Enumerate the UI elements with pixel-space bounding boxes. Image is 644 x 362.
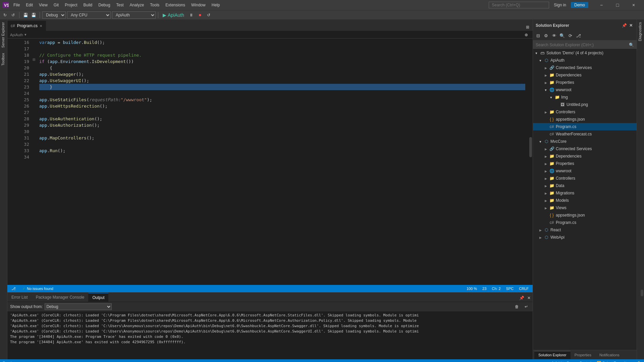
se-wwwroot[interactable]: 🌐 wwwroot xyxy=(533,86,637,94)
se-close-button[interactable]: ✕ xyxy=(628,22,634,28)
se-models[interactable]: 📁 Models xyxy=(533,197,637,204)
platform-dropdown[interactable]: Any CPU xyxy=(67,11,111,19)
se-data[interactable]: 📁 Data xyxy=(533,182,637,189)
output-scrollbar[interactable] xyxy=(529,311,533,359)
se-mig-arrow xyxy=(544,191,548,195)
se-mvccore-project[interactable]: ⬡ MvcCore xyxy=(533,138,637,145)
se-connected-services-1[interactable]: 🔗 Connected Services xyxy=(533,64,637,71)
se-show-all-button[interactable]: 👁 xyxy=(550,32,558,40)
se-search-input[interactable] xyxy=(536,43,629,47)
se-program-cs-2[interactable]: c# Program.cs xyxy=(533,219,637,226)
server-explorer-tab[interactable]: Server Explorer xyxy=(0,19,7,50)
stop-button[interactable]: ■ xyxy=(196,11,204,19)
se-weather-cs[interactable]: c# WeatherForecast.cs xyxy=(533,130,637,138)
se-untitled-png[interactable]: 🖼 Untitled.png xyxy=(533,101,637,108)
menu-view[interactable]: View xyxy=(36,2,50,8)
menu-extensions[interactable]: Extensions xyxy=(163,2,188,8)
undo-button[interactable]: ↻ xyxy=(1,11,9,19)
se-views[interactable]: 📁 Views xyxy=(533,204,637,212)
menu-project[interactable]: Project xyxy=(62,2,80,8)
save-button[interactable]: 💾 xyxy=(22,11,29,19)
expand-editor-button[interactable]: ⊕ xyxy=(523,31,530,39)
menu-build[interactable]: Build xyxy=(81,2,95,8)
cursor-col[interactable]: Ch: 2 xyxy=(490,287,502,291)
add-source-control[interactable]: ⬆ Add to Source Control xyxy=(551,361,591,362)
split-editor-button[interactable]: ⊞ xyxy=(524,23,531,31)
tab-close-button[interactable]: ✕ xyxy=(40,24,42,28)
menu-edit[interactable]: Edit xyxy=(23,2,36,8)
se-collapse-button[interactable]: ⊟ xyxy=(534,32,542,40)
pause-button[interactable]: ⏸ xyxy=(187,11,195,19)
menu-git[interactable]: Git xyxy=(51,2,61,8)
menu-window[interactable]: Window xyxy=(189,2,208,8)
notifications-icon[interactable]: 🔔 xyxy=(637,361,641,362)
line-col[interactable]: 23 xyxy=(481,287,488,291)
path-dropdown[interactable]: ▾ xyxy=(24,33,26,37)
se-solution-explorer-tab[interactable]: Solution Explorer xyxy=(534,351,571,359)
se-pin-button[interactable]: 📌 xyxy=(621,22,627,28)
se-dependencies-2[interactable]: 📁 Dependencies xyxy=(533,153,637,160)
program-cs-tab[interactable]: c# Program.cs ✕ xyxy=(7,21,46,31)
se-appsettings-2[interactable]: { } appsettings.json xyxy=(533,212,637,219)
se-notifications-tab[interactable]: Notifications xyxy=(595,351,624,359)
package-manager-tab[interactable]: Package Manager Console xyxy=(32,293,89,302)
select-repository[interactable]: 🔀 Select Repository xyxy=(597,361,631,362)
sign-in-button[interactable]: Sign in xyxy=(551,2,569,8)
editor-scrollbar[interactable] xyxy=(528,39,533,285)
se-wwwroot-2[interactable]: 🌐 wwwroot xyxy=(533,167,637,175)
error-list-tab[interactable]: Error List xyxy=(7,293,32,302)
output-source-select[interactable]: Debug xyxy=(45,303,112,310)
space-indicator[interactable]: SPC xyxy=(505,287,515,291)
se-sync-button[interactable]: ⟳ xyxy=(567,32,574,40)
word-wrap-button[interactable]: ↵ xyxy=(523,303,530,310)
se-migrations[interactable]: 📁 Migrations xyxy=(533,189,637,197)
se-apiauth-project[interactable]: ⬡ ApiAuth xyxy=(533,57,637,64)
se-controllers-2[interactable]: 📁 Controllers xyxy=(533,175,637,182)
se-program-cs-1[interactable]: c# Program.cs xyxy=(533,123,637,130)
se-filter-button[interactable]: 🔍 xyxy=(558,32,566,40)
minimize-button[interactable]: − xyxy=(594,0,609,10)
menu-analyze[interactable]: Analyze xyxy=(127,2,147,8)
se-properties-1[interactable]: 📁 Properties xyxy=(533,79,637,86)
se-dependencies-1[interactable]: 📁 Dependencies xyxy=(533,71,637,79)
menu-file[interactable]: File xyxy=(11,2,22,8)
redo-button[interactable]: ↺ xyxy=(9,11,17,19)
clear-output-button[interactable]: 🗑 xyxy=(513,303,521,310)
zoom-level[interactable]: 100 % xyxy=(465,287,478,291)
scroll-thumb[interactable] xyxy=(529,137,532,157)
se-properties-tab[interactable]: Properties xyxy=(571,351,595,359)
output-tab[interactable]: Output xyxy=(88,293,108,302)
run-button[interactable]: ▶ ApiAuth xyxy=(161,12,186,18)
se-solution[interactable]: 🗃 Solution 'Demo' (4 of 4 projects) xyxy=(533,49,637,57)
project-dropdown[interactable]: ApiAuth xyxy=(112,11,156,19)
diagnostics-tab[interactable]: Diagnostics xyxy=(637,19,644,44)
se-properties-2[interactable]: 📁 Properties xyxy=(533,160,637,167)
line-ending[interactable]: CRLF xyxy=(518,287,530,291)
menu-help[interactable]: Help xyxy=(209,2,223,8)
pin-panel-button[interactable]: 📌 xyxy=(518,294,525,302)
se-connected-services-2[interactable]: 🔗 Connected Services xyxy=(533,145,637,153)
config-dropdown[interactable]: Debug xyxy=(42,11,66,19)
se-controllers-1[interactable]: 📁 Controllers xyxy=(533,108,637,116)
restart-button[interactable]: ↺ xyxy=(205,11,212,19)
se-react-project[interactable]: ⬡ React xyxy=(533,226,637,234)
se-webapi-project[interactable]: ⬡ WebApi xyxy=(533,234,637,241)
menu-test[interactable]: Test xyxy=(114,2,126,8)
menu-debug[interactable]: Debug xyxy=(96,2,113,8)
title-search-input[interactable] xyxy=(489,2,549,8)
se-img-folder[interactable]: 📁 Img xyxy=(533,94,637,101)
demo-button[interactable]: Demo xyxy=(571,2,588,8)
toolbox-tab[interactable]: Toolbox xyxy=(0,50,7,68)
close-panel-button[interactable]: ✕ xyxy=(525,294,533,302)
fold-19[interactable]: ⊟ xyxy=(32,58,36,64)
close-button[interactable]: × xyxy=(626,0,641,10)
save-all-button[interactable]: 💾 xyxy=(30,11,37,19)
se-properties-button[interactable]: ⚙ xyxy=(542,32,550,40)
git-status[interactable]: ⎇ xyxy=(10,287,17,291)
code-editor[interactable]: var app = builder.Build(); // Configure … xyxy=(37,39,528,285)
menu-tools[interactable]: Tools xyxy=(147,2,162,8)
se-appsettings-1[interactable]: { } appsettings.json xyxy=(533,116,637,123)
maximize-button[interactable]: □ xyxy=(610,0,625,10)
se-git-button[interactable]: ⎇ xyxy=(575,32,582,40)
no-issues[interactable]: ✓ No issues found xyxy=(21,287,55,291)
